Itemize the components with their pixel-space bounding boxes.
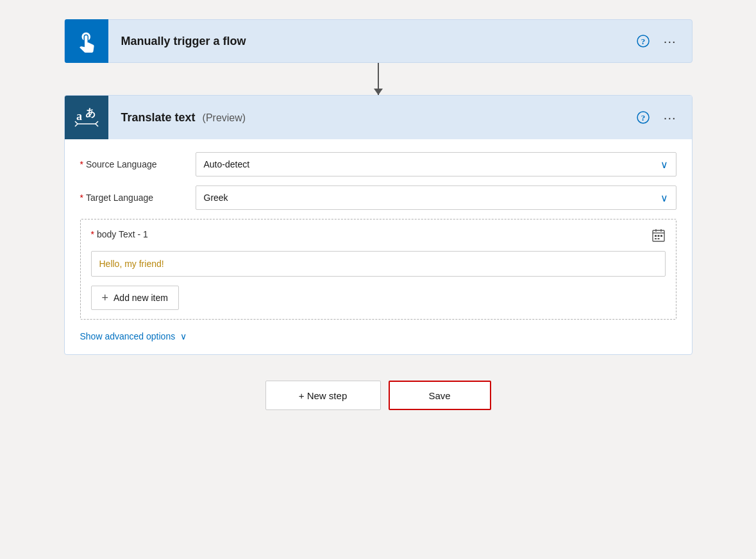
touch-svg-icon	[75, 30, 98, 53]
svg-text:あ: あ	[85, 107, 96, 118]
trigger-more-button[interactable]: ···	[660, 31, 680, 51]
source-language-value: Auto-detect	[204, 159, 250, 169]
add-new-item-button[interactable]: + Add new item	[91, 286, 179, 310]
save-button[interactable]: Save	[389, 381, 491, 410]
target-language-chevron: ∨	[660, 192, 668, 204]
target-required-star: *	[80, 193, 83, 203]
body-text-label: *body Text - 1	[91, 229, 148, 239]
translate-preview-label: (Preview)	[203, 112, 246, 123]
new-step-button[interactable]: + New step	[265, 381, 381, 410]
target-language-row: *Target Language Greek ∨	[80, 185, 676, 210]
svg-text:?: ?	[641, 37, 646, 46]
source-language-row: *Source Language Auto-detect ∨	[80, 152, 676, 176]
translate-icon-container: a あ	[65, 96, 108, 139]
svg-rect-12	[660, 235, 662, 237]
translate-card-body: *Source Language Auto-detect ∨ *Target L…	[65, 139, 692, 354]
target-language-label: *Target Language	[80, 193, 196, 203]
svg-text:?: ?	[641, 113, 646, 123]
advanced-options-section: Show advanced options ∨	[80, 331, 676, 341]
body-text-input[interactable]	[91, 251, 666, 277]
svg-text:a: a	[76, 110, 82, 123]
flow-connector	[378, 63, 379, 95]
trigger-card: Manually trigger a flow ? ···	[64, 19, 693, 63]
calendar-svg-icon	[651, 228, 666, 243]
translate-more-button[interactable]: ···	[660, 108, 680, 128]
add-item-plus-icon: +	[102, 291, 109, 305]
advanced-options-chevron-icon: ∨	[180, 331, 187, 341]
help-circle-icon: ?	[637, 35, 650, 47]
trigger-icon	[65, 19, 108, 63]
translate-help-icon: ?	[637, 111, 650, 124]
translate-card-header: a あ Translate text (Preview) ?	[65, 96, 692, 139]
translate-svg-icon: a あ	[65, 96, 108, 139]
show-advanced-options-link[interactable]: Show advanced options	[80, 331, 176, 341]
svg-rect-13	[655, 238, 657, 239]
svg-rect-10	[655, 235, 657, 237]
svg-rect-14	[657, 238, 659, 239]
translate-icon-svg: a あ	[72, 103, 101, 132]
translate-title: Translate text (Preview)	[108, 111, 634, 125]
body-text-header: *body Text - 1	[91, 228, 666, 246]
translate-actions: ? ···	[634, 108, 692, 128]
body-text-required-star: *	[91, 229, 94, 239]
translate-title-text: Translate text	[121, 111, 196, 124]
source-language-label: *Source Language	[80, 159, 196, 169]
trigger-title: Manually trigger a flow	[108, 35, 634, 48]
source-language-select[interactable]: Auto-detect ∨	[196, 152, 676, 176]
target-language-value: Greek	[204, 193, 228, 203]
connector-arrow	[378, 63, 379, 95]
calendar-icon[interactable]	[651, 228, 666, 246]
add-item-label: Add new item	[113, 293, 168, 303]
translate-help-button[interactable]: ?	[634, 108, 652, 126]
svg-rect-11	[657, 235, 659, 237]
target-language-select[interactable]: Greek ∨	[196, 185, 676, 210]
source-language-chevron: ∨	[660, 159, 668, 171]
trigger-help-button[interactable]: ?	[634, 32, 652, 50]
trigger-actions: ? ···	[634, 31, 692, 51]
bottom-actions: + New step Save	[265, 381, 491, 410]
source-required-star: *	[80, 159, 83, 169]
translate-card: a あ Translate text (Preview) ?	[64, 95, 693, 355]
body-text-section: *body Text - 1	[80, 219, 676, 320]
